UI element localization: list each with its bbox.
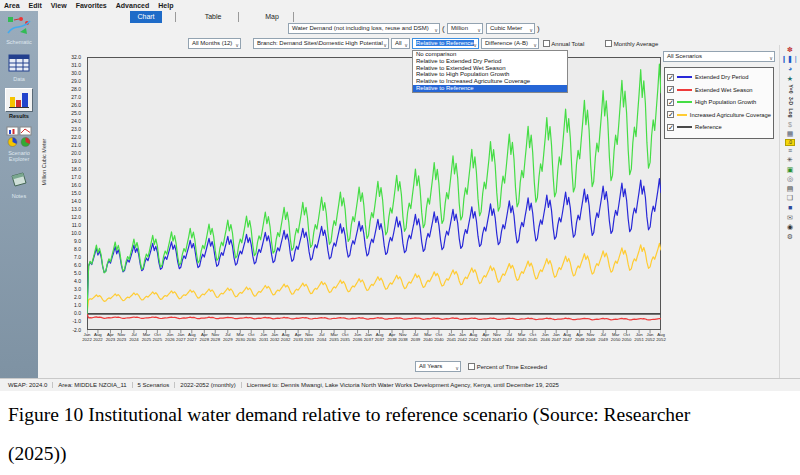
months-combo[interactable]: All Months (12) xyxy=(188,38,241,49)
tab-chart[interactable]: Chart xyxy=(130,11,162,23)
status-segment: 2022-2052 (monthly) xyxy=(174,382,240,388)
annual-total-checkbox-box[interactable] xyxy=(543,40,550,47)
y-tick-label: 0.0 xyxy=(74,311,81,316)
figure-caption-line2: (2025)) xyxy=(8,434,792,473)
save-button[interactable]: ■ xyxy=(783,203,798,213)
comparison-combo[interactable]: Relative to Reference xyxy=(412,38,479,49)
site-filter-combo[interactable]: All xyxy=(391,38,410,49)
annual-total-label: Annual Total xyxy=(551,41,584,47)
legend-item[interactable]: ✓Reference xyxy=(667,121,771,134)
gridlines-button[interactable]: ▦ xyxy=(783,129,798,139)
snapshot-button[interactable]: ◉ xyxy=(783,222,798,232)
chart-gallery-icon[interactable]: ✽ xyxy=(783,45,798,55)
branch-combo[interactable]: Branch: Demand Sites\Domestic High Poten… xyxy=(253,38,389,49)
dropdown-option[interactable]: Relative to High Population Growth xyxy=(413,71,567,78)
tab-map[interactable]: Map xyxy=(258,11,286,23)
dropdown-option[interactable]: Relative to Increased Agriculture Covera… xyxy=(413,78,567,85)
y-tick-label: 3.0 xyxy=(74,287,81,292)
status-segment: WEAP: 2024.0 xyxy=(3,382,52,388)
currency-format-button[interactable]: $ xyxy=(783,119,798,129)
sidebar-item-results[interactable]: Results xyxy=(5,88,33,119)
image-export-button[interactable]: ▣ xyxy=(783,165,798,175)
paren-open: ( xyxy=(442,24,445,33)
dropdown-option[interactable]: No comparison xyxy=(413,51,567,58)
menu-item-advanced[interactable]: Advanced xyxy=(116,2,149,9)
months-value: All Months (12) xyxy=(192,40,232,46)
percent-checkbox-box[interactable] xyxy=(468,363,475,370)
y-tick-label: 16.0 xyxy=(71,183,81,188)
monthly-average-checkbox-box[interactable] xyxy=(605,40,612,47)
legend-checkbox[interactable]: ✓ xyxy=(667,99,674,106)
legend-checkbox[interactable]: ✓ xyxy=(667,86,674,93)
sidebar-item-schematic[interactable]: Schematic xyxy=(5,14,33,45)
chart-options-button[interactable]: ✳ xyxy=(783,155,798,165)
y-tick-label: 32.0 xyxy=(71,55,81,60)
dropdown-option[interactable]: Relative to Reference xyxy=(413,85,567,92)
status-segment: Licensed to: Dennis Mwangi, Lake Victori… xyxy=(241,382,564,388)
chart-plot-area xyxy=(87,57,661,330)
email-button[interactable]: ✉ xyxy=(783,213,798,223)
difference-combo[interactable]: Difference (A-B) xyxy=(481,38,539,49)
weap-screenshot: AreaEditViewFavoritesAdvancedHelp Schema… xyxy=(0,0,800,475)
menu-item-help[interactable]: Help xyxy=(158,2,173,9)
menu-item-area[interactable]: Area xyxy=(4,2,20,9)
status-segment: 5 Scenarios xyxy=(132,382,175,388)
percent-time-exceeded-checkbox[interactable]: Percent of Time Exceeded xyxy=(468,363,547,370)
legend-item[interactable]: ✓Extended Wet Season xyxy=(667,84,771,97)
menu-item-favorites[interactable]: Favorites xyxy=(76,2,107,9)
y-tick-label: 30.0 xyxy=(71,71,81,76)
y-tick-label: 15.0 xyxy=(71,191,81,196)
zoom-button[interactable]: ◎ xyxy=(783,174,798,184)
copy-button[interactable]: ❏ xyxy=(783,194,798,204)
legend-swatch xyxy=(677,101,692,103)
legend-checkbox[interactable]: ✓ xyxy=(667,111,674,118)
y-tick-label: 5.0 xyxy=(74,271,81,276)
y-tick-label: 4.0 xyxy=(74,279,81,284)
sidebar-item-notes[interactable]: Notes xyxy=(5,168,33,199)
unit-combo[interactable]: Cubic Meter xyxy=(486,23,535,34)
line-style-button[interactable]: ≡ xyxy=(783,146,798,156)
y-tick-label: 27.0 xyxy=(71,95,81,100)
monthly-average-checkbox[interactable]: Monthly Average xyxy=(605,40,658,47)
y-axis-tick-labels: 32.031.030.029.028.027.026.025.024.023.0… xyxy=(40,57,84,330)
legend-swatch xyxy=(677,89,692,91)
settings-button[interactable]: ⚙ xyxy=(783,232,798,242)
y-tick-label: 10.0 xyxy=(71,231,81,236)
y-tick-label: 29.0 xyxy=(71,79,81,84)
tab-table[interactable]: Table xyxy=(196,11,230,23)
comparison-value: Relative to Reference xyxy=(416,40,474,46)
legend-item[interactable]: ✓Extended Dry Period xyxy=(667,71,771,84)
dropdown-option[interactable]: Relative to Extended Dry Period xyxy=(413,58,567,65)
plot-background xyxy=(88,58,661,330)
y-tick-label: 24.0 xyxy=(71,119,81,124)
sidebar-item-scenario-explorer[interactable]: Scenario Explorer xyxy=(0,125,38,162)
decimal-format-button[interactable]: .0 xyxy=(785,139,795,146)
y-tick-label: 19.0 xyxy=(71,159,81,164)
annual-total-checkbox[interactable]: Annual Total xyxy=(543,40,584,47)
legend-item[interactable]: ✓Increased Agriculture Coverage xyxy=(667,109,771,122)
metric-combo[interactable]: Water Demand (not including loss, reuse … xyxy=(288,23,440,34)
legend-swatch xyxy=(677,114,687,116)
menu-item-view[interactable]: View xyxy=(51,2,67,9)
log-scale-button[interactable]: Log xyxy=(784,106,796,121)
dropdown-option[interactable]: Relative to Extended Wet Season xyxy=(413,65,567,72)
legend-checkbox[interactable]: ✓ xyxy=(667,124,674,131)
unit-scale-value: Million xyxy=(451,25,468,31)
bar-chart-icon[interactable]: ❙❚❘ xyxy=(783,55,798,65)
legend-checkbox[interactable]: ✓ xyxy=(667,74,674,81)
data-table-icon xyxy=(5,51,33,75)
chart-toolbar: ✽❙❚❘◕★Y=03-DLog$▦.0≡✳▣◎▤❏■✉◉⚙ xyxy=(779,45,800,378)
scenarios-combo[interactable]: All Scenarios xyxy=(663,51,775,62)
pie-chart-icon[interactable]: ◕ xyxy=(783,64,798,74)
sidebar-item-data[interactable]: Data xyxy=(5,51,33,82)
y-tick-label: 23.0 xyxy=(71,127,81,132)
legend-item[interactable]: ✓High Population Growth xyxy=(667,96,771,109)
menu-item-edit[interactable]: Edit xyxy=(29,2,42,9)
print-button[interactable]: ▤ xyxy=(783,184,798,194)
y-tick-label: 22.0 xyxy=(71,135,81,140)
years-value: All Years xyxy=(419,363,442,369)
unit-scale-combo[interactable]: Million xyxy=(447,23,483,34)
y-tick-label: 7.0 xyxy=(74,255,81,260)
years-combo[interactable]: All Years xyxy=(415,361,461,372)
legend-label: Extended Dry Period xyxy=(695,74,749,80)
